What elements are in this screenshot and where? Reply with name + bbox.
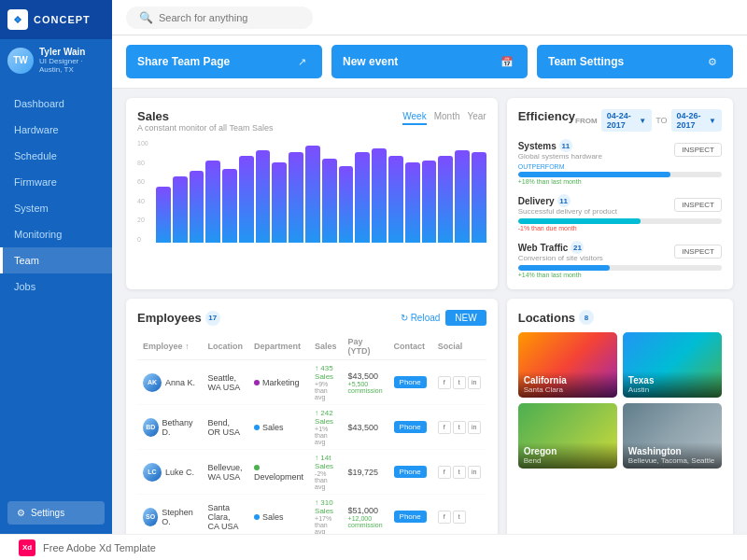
emp-dept-1: Sales [248,405,309,450]
eff-change-0: +18% than last month [518,178,722,185]
from-date-badge[interactable]: 04-24-2017 ▼ [601,109,652,132]
loc-sub-0: Santa Clara [524,385,612,394]
tab-week[interactable]: Week [402,109,426,125]
emp-pay-0: $43,500 +5,500 commission [343,360,388,405]
dept-dot-0 [254,380,260,385]
content-header: 🔍 [112,0,747,35]
y-label-60: 60 [137,178,148,185]
efficiency-card: Efficiency FROM 04-24-2017 ▼ TO 04-26-20… [507,98,733,289]
social-f-1[interactable]: f [438,421,451,434]
dashboard-body: Sales A constant monitor of all Team Sal… [112,89,747,534]
settings-button[interactable]: ⚙ Settings [7,501,105,525]
emp-contact-0: Phone [388,360,432,405]
emp-location-1: Bend, OR USA [203,405,249,450]
social-li-2[interactable]: in [468,466,481,479]
sidebar-item-dashboard[interactable]: Dashboard [0,91,112,117]
social-f-2[interactable]: f [438,466,451,479]
eff-badge-0: 11 [559,139,572,152]
search-box[interactable]: 🔍 [126,7,313,29]
brand-icon [7,9,28,30]
from-dropdown-icon: ▼ [639,117,646,125]
table-body: AK Anna K. Seattle, WA USA Marketing ↑ 4… [137,360,486,535]
location-item-3[interactable]: Washington Bellevue, Tacoma, Seattle [623,403,722,469]
social-t-2[interactable]: t [453,466,466,479]
inspect-button-2[interactable]: INSPECT [674,245,722,259]
loc-name-3: Washington [628,446,716,456]
emp-sales-1: ↑ 242 Sales +1% than avg [309,405,343,450]
new-event-card[interactable]: New event 📅 [331,45,528,78]
chart-bar-0 [156,187,171,244]
phone-button-2[interactable]: Phone [394,466,427,478]
share-icon: ↗ [292,52,311,71]
sidebar-item-monitoring[interactable]: Monitoring [0,221,112,247]
social-icons-1: f t in [438,421,481,434]
chart-bar-6 [256,150,271,243]
eff-title-1: Delivery 11 [518,194,617,207]
location-item-2[interactable]: Oregon Bend [518,403,617,469]
social-li-0[interactable]: in [468,376,481,389]
reload-button[interactable]: ↻ Reload [401,313,441,323]
to-dropdown-icon: ▼ [709,117,716,125]
eff-header-0: Systems 11 Global systems hardware INSPE… [518,139,722,161]
emp-contact-1: Phone [388,405,432,450]
col-header-3: Sales [309,333,343,360]
chart-bar-2 [190,171,204,243]
eff-header-1: Delivery 11 Successful delivery of produ… [518,194,722,216]
loc-sub-3: Bellevue, Tacoma, Seattle [628,456,716,465]
social-li-1[interactable]: in [468,421,481,434]
tab-month[interactable]: Month [434,109,460,125]
phone-button-0[interactable]: Phone [394,376,427,388]
chart-bar-1 [173,176,188,244]
chart-bars [156,140,486,243]
employee-actions: ↻ Reload NEW [401,310,486,326]
sidebar-item-team[interactable]: Team [0,247,112,273]
employees-title: Employees 17 [137,311,220,326]
phone-button-1[interactable]: Phone [394,421,427,433]
inspect-button-1[interactable]: INSPECT [674,198,722,212]
loc-overlay-2: Oregon Bend [518,442,617,469]
eff-bar-1 [518,218,641,224]
employees-header: Employees 17 ↻ Reload NEW [137,310,486,326]
employees-count: 17 [205,311,220,326]
locations-card: Locations 8 California Santa Clara Texas… [507,299,733,534]
eff-header-2: Web Traffic 21 Conversion of site visito… [518,241,722,262]
social-t-3[interactable]: t [453,511,466,524]
col-header-5: Contact [388,333,432,360]
chart-bar-12 [355,152,370,243]
emp-location-3: Santa Clara, CA USA [203,495,249,535]
social-f-0[interactable]: f [438,376,451,389]
team-settings-card[interactable]: Team Settings ⚙ [537,45,733,78]
sales-sub-3: +17% than avg [315,515,337,534]
loc-name-1: Texas [628,375,716,385]
tab-year[interactable]: Year [467,109,486,125]
search-input[interactable] [159,12,300,23]
gear-icon: ⚙ [703,52,722,71]
sidebar-item-firmware[interactable]: Firmware [0,169,112,195]
social-f-3[interactable]: f [438,511,451,524]
emp-location-0: Seattle, WA USA [203,360,249,405]
social-t-1[interactable]: t [453,421,466,434]
social-t-0[interactable]: t [453,376,466,389]
to-date-badge[interactable]: 04-26-2017 ▼ [671,109,722,132]
sales-info: Sales A constant monitor of all Team Sal… [137,109,273,133]
sidebar-item-schedule[interactable]: Schedule [0,143,112,169]
efficiency-header: Efficiency FROM 04-24-2017 ▼ TO 04-26-20… [518,109,722,132]
sidebar-item-jobs[interactable]: Jobs [0,273,112,300]
main-layout: CONCEPT TW Tyler Wain UI Designer · Aust… [0,0,747,534]
sidebar-item-hardware[interactable]: Hardware [0,117,112,143]
loc-name-2: Oregon [524,446,612,456]
phone-button-3[interactable]: Phone [394,511,427,523]
location-item-0[interactable]: California Santa Clara [518,332,617,398]
sales-chart: 100 80 60 40 20 0 [137,140,486,243]
share-team-card[interactable]: Share Team Page ↗ [126,45,322,78]
new-employee-button[interactable]: NEW [445,310,486,326]
to-label: TO [655,116,667,125]
chart-bar-13 [372,148,387,243]
emp-dept-2: Development [248,450,309,495]
inspect-button-0[interactable]: INSPECT [674,143,722,157]
sidebar-item-system[interactable]: System [0,195,112,221]
eff-badge-1: 11 [557,194,571,207]
chart-bar-7 [272,162,287,243]
svg-point-0 [16,18,20,21]
location-item-1[interactable]: Texas Austin [623,332,722,398]
